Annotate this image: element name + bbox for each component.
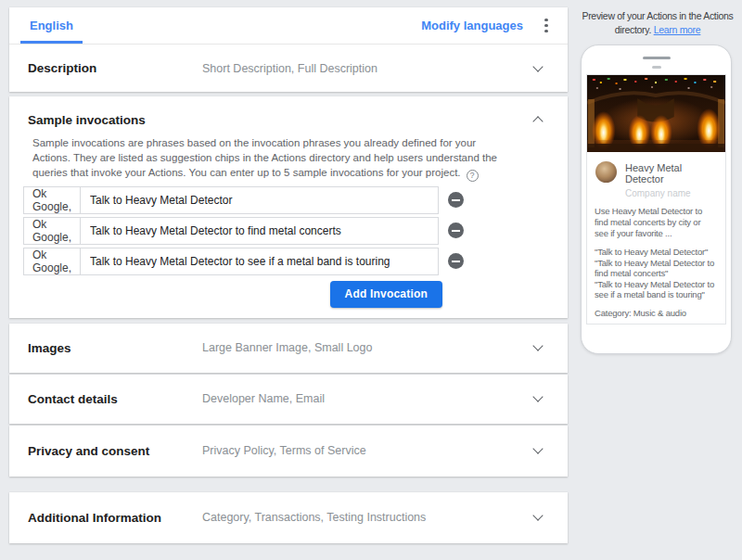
chevron-up-icon [532,116,543,126]
chevron-down-icon [532,391,543,401]
invocation-input-1[interactable] [80,186,439,214]
section-subtitle: Developer Name, Email [202,392,534,405]
invocation-row: Ok Google, [23,186,568,214]
section-images[interactable]: Images Large Banner Image, Small Logo [9,324,568,373]
invocation-rows: Ok Google, Ok Google, Ok Google, [23,186,568,275]
section-contact-card: Contact details Developer Name, Email [9,375,568,424]
app-header: Heavy Metal Detector Company name [595,161,718,198]
remove-invocation-button[interactable] [448,253,464,269]
learn-more-link[interactable]: Learn more [654,24,701,35]
section-contact-details[interactable]: Contact details Developer Name, Email [9,375,568,424]
section-privacy-card: Privacy and consent Privacy Policy, Term… [9,426,568,477]
app-logo-avatar [595,161,617,183]
language-tab-bar: English Modify languages [9,7,568,45]
overflow-menu-icon[interactable] [538,15,555,37]
app-title: Heavy Metal Detector [625,162,718,185]
section-images-card: Images Large Banner Image, Small Logo [9,324,568,373]
section-title: Sample invocations [28,113,534,127]
phone-screen: Heavy Metal Detector Company name Use He… [586,74,726,325]
chevron-down-icon [532,510,543,520]
chevron-down-icon [532,61,543,71]
phone-speaker [643,57,671,59]
chevron-down-icon [532,443,543,453]
app-category: Category: Music & audio [595,308,718,318]
section-title: Images [28,341,202,355]
remove-invocation-button[interactable] [448,192,464,208]
actions-directory-preview: Preview of your Actions in the Actions d… [573,0,742,560]
sample-invocation-quotes: "Talk to Heavy Metal Detector" "Talk to … [595,247,718,300]
section-description[interactable]: Description Short Description, Full Desc… [9,45,568,92]
section-subtitle: Short Description, Full Description [202,62,534,75]
section-additional-information[interactable]: Additional Information Category, Transac… [9,492,568,543]
help-icon[interactable]: ? [467,170,479,182]
section-sample-invocations-card: Sample invocations Sample invocations ar… [9,96,568,318]
phone-mockup: Heavy Metal Detector Company name Use He… [581,45,732,354]
section-privacy-consent[interactable]: Privacy and consent Privacy Policy, Term… [9,426,568,477]
section-title: Additional Information [28,511,202,525]
section-subtitle: Large Banner Image, Small Logo [202,341,534,354]
ok-google-prefix: Ok Google, [23,248,81,275]
invocation-row: Ok Google, [23,248,568,275]
app-description: Use Heavy Metal Detector to find metal c… [595,206,718,239]
language-description-card: English Modify languages Description Sho… [9,7,568,92]
directory-info-panel: English Modify languages Description Sho… [9,7,568,543]
section-title: Description [28,61,202,75]
section-title: Privacy and consent [28,444,202,458]
section-subtitle: Category, Transactions, Testing Instruct… [202,511,534,524]
company-name-placeholder: Company name [625,188,718,198]
phone-sensor-dot [652,66,661,69]
ok-google-prefix: Ok Google, [23,186,81,214]
section-title: Contact details [28,392,202,406]
invocation-input-2[interactable] [80,217,439,245]
remove-invocation-button[interactable] [448,223,464,238]
section-additional-card: Additional Information Category, Transac… [9,492,568,543]
preview-header-text: Preview of your Actions in the Actions d… [573,9,742,37]
banner-image [587,75,725,152]
chevron-down-icon [532,340,543,350]
invocation-row: Ok Google, [23,217,568,245]
add-invocation-button[interactable]: Add Invocation [330,281,442,308]
ok-google-prefix: Ok Google, [23,217,81,245]
section-subtitle: Privacy Policy, Terms of Service [202,444,534,457]
modify-languages-link[interactable]: Modify languages [421,19,523,32]
sample-invocations-help-text: Sample invocations are phrases based on … [32,135,544,182]
tab-english[interactable]: English [20,7,83,44]
invocation-input-3[interactable] [80,248,439,275]
section-sample-invocations-header[interactable]: Sample invocations [9,111,568,128]
